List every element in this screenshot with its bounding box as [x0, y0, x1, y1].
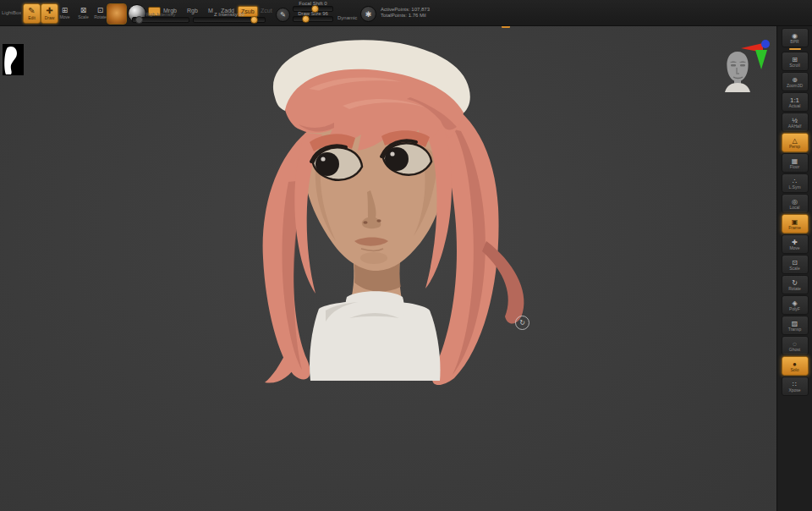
- rgb-intensity-handle[interactable]: [135, 16, 143, 24]
- document-canvas[interactable]: ↻: [0, 25, 776, 511]
- shelf-item-caption: AAHalf: [788, 124, 802, 129]
- focal-shift-handle[interactable]: [311, 5, 319, 13]
- z-intensity-slider[interactable]: Z Intensity 30: [193, 14, 266, 24]
- move-icon: ⊞: [62, 7, 69, 14]
- shelf-item-caption: Local: [790, 206, 800, 210]
- brush-cursor: ↻: [515, 316, 529, 330]
- shelf-persp-button[interactable]: △Persp: [782, 133, 809, 152]
- shelf-item-caption: Persp: [789, 145, 800, 149]
- current-brush-thumbnail[interactable]: [107, 3, 127, 25]
- z-axis-ball: [761, 40, 770, 48]
- rgb-intensity-slider[interactable]: Rgb Intensity: [132, 14, 189, 24]
- shelf-rotate-button[interactable]: ↻Rotate: [782, 275, 809, 294]
- shelf-aahalf-button[interactable]: ½AAHalf: [782, 113, 809, 132]
- shelf-item-caption: BPR: [790, 40, 798, 44]
- shelf-zoom3d-button[interactable]: ⊕Zoom3D: [782, 72, 809, 91]
- shelf-item-caption: PolyF: [789, 307, 800, 311]
- shelf-solo-button[interactable]: ●Solo: [782, 356, 809, 376]
- points-readout: ActivePoints: 107,873 TotalPoints: 1.76 …: [381, 7, 430, 19]
- sculpt-character: [207, 30, 562, 393]
- draw-size-handle[interactable]: [302, 15, 310, 23]
- active-points: ActivePoints: 107,873: [381, 7, 430, 13]
- edit-label: Edit: [28, 15, 36, 20]
- shelf-item-caption: Xpose: [788, 388, 800, 393]
- shelf-scale-button[interactable]: ⊡Scale: [782, 255, 809, 274]
- shelf-polyf-button[interactable]: ◈PolyF: [782, 295, 809, 315]
- edit-icon: ✎: [28, 7, 35, 15]
- move-button[interactable]: ⊞ Move: [58, 5, 72, 20]
- shelf-item-caption: Move: [789, 246, 799, 250]
- shelf-xpose-button[interactable]: ∷Xpose: [782, 376, 809, 396]
- document-preview-thumbnail[interactable]: [3, 44, 24, 75]
- edit-button[interactable]: ✎ Edit: [23, 3, 41, 24]
- shelf-item-caption: L.Sym: [788, 185, 800, 190]
- dynamic-button[interactable]: Dynamic: [337, 15, 357, 20]
- shelf-item-caption: Zoom3D: [787, 84, 803, 88]
- shelf-transp-button[interactable]: ▨Transp: [782, 316, 809, 335]
- shelf-item-caption: Ghost: [789, 348, 800, 352]
- rotate-icon: ⊡: [97, 7, 104, 14]
- shelf-actual-button[interactable]: 1:1Actual: [782, 92, 809, 112]
- total-points: TotalPoints: 1.76 Mil: [381, 13, 430, 19]
- shelf-item-caption: Scale: [789, 266, 800, 271]
- silhouette-shape: [3, 44, 24, 75]
- scale-icon: ⊠: [80, 7, 87, 14]
- shelf-item-caption: Floor: [790, 165, 799, 169]
- draw-label: Draw: [45, 15, 55, 20]
- shelf-frame-button[interactable]: ▣Frame: [782, 214, 809, 234]
- shelf-local-button[interactable]: ◎Local: [782, 194, 809, 213]
- stats-mode-icon: ✱: [365, 10, 372, 19]
- shelf-item-caption: Frame: [788, 226, 800, 230]
- shelf-item-caption: Scroll: [789, 63, 800, 68]
- shelf-ghost-button[interactable]: ◌Ghost: [782, 336, 809, 355]
- z-intensity-handle[interactable]: [250, 16, 258, 24]
- right-shelf: ◉BPR⊞Scroll⊕Zoom3D1:1Actual½AAHalf△Persp…: [776, 25, 812, 511]
- scale-button[interactable]: ⊠ Scale: [76, 5, 91, 20]
- axis-gizmo: [732, 38, 778, 74]
- move-label: Move: [59, 14, 69, 19]
- draw-size-slider[interactable]: Draw Size 96: [293, 13, 333, 23]
- rotate-button[interactable]: ⊡ Rotate: [93, 5, 107, 20]
- shelf-floor-button[interactable]: ▦Floor: [782, 153, 809, 173]
- sculptris-pro-icon: ✎: [280, 11, 286, 19]
- top-shelf: LightBox ✎ Edit ✚ Draw ⊞ Move ⊠ Scale ⊡ …: [0, 0, 812, 26]
- draw-icon: ✚: [46, 7, 52, 15]
- bpr-active-indicator: [789, 48, 801, 50]
- draw-button[interactable]: ✚ Draw: [41, 3, 58, 24]
- shelf-item-caption: Rotate: [788, 287, 801, 291]
- shelf-bpr-button[interactable]: ◉BPR: [782, 28, 809, 47]
- rotate-cursor-icon: ↻: [519, 319, 525, 327]
- shelf-lsym-button[interactable]: ∴L.Sym: [782, 173, 809, 193]
- shelf-move-button[interactable]: ✚Move: [782, 234, 809, 254]
- shelf-item-caption: Actual: [789, 104, 801, 108]
- stats-mode-button[interactable]: ✱: [360, 6, 376, 22]
- scale-label: Scale: [78, 14, 89, 19]
- rotate-label: Rotate: [94, 14, 107, 19]
- y-axis-arrow: [755, 50, 767, 69]
- sculptris-pro-button[interactable]: ✎: [276, 8, 290, 22]
- shelf-item-caption: Transp: [788, 327, 801, 332]
- draw-size-track[interactable]: [293, 16, 333, 22]
- shelf-item-caption: Solo: [790, 368, 798, 372]
- lightbox-button[interactable]: LightBox: [2, 10, 21, 15]
- shelf-scroll-button[interactable]: ⊞Scroll: [782, 52, 809, 71]
